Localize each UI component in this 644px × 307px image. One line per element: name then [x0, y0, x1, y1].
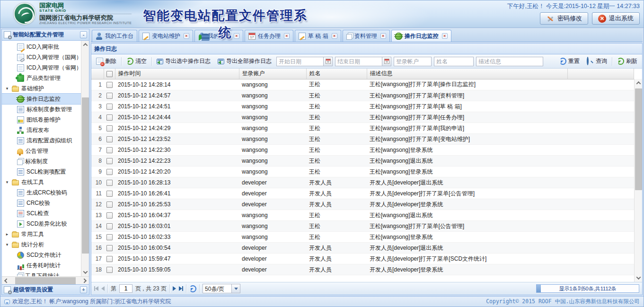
sidebar-horizontal-scrollbar[interactable] [2, 276, 89, 284]
sidebar-item-ICD入网审批[interactable]: ICD入网审批 [2, 42, 81, 52]
reset-button[interactable]: 重置 [557, 56, 582, 67]
calendar-icon[interactable] [382, 57, 391, 66]
scroll-up-icon[interactable] [81, 41, 89, 49]
sidebar-hscroll-thumb[interactable] [15, 277, 76, 284]
table-row[interactable]: 92015-10-12 14:20:20wangsong王松王松[wangson… [91, 167, 634, 177]
table-row[interactable]: 42015-10-12 14:24:44wangsong王松王松[wangson… [91, 112, 634, 123]
sidebar-item-ICD入网管理（国网）[interactable]: ICD入网管理（国网） [2, 52, 81, 62]
row-checkbox[interactable] [106, 82, 113, 88]
sidebar-accordion-admin[interactable]: 超级管理员设置 + [2, 284, 89, 295]
table-row[interactable]: 82015-10-12 14:22:23wangsong王松王松[wangson… [91, 156, 634, 167]
export-all-button[interactable]: 导出全部操作日志 [215, 56, 274, 67]
row-checkbox[interactable] [106, 104, 113, 110]
scroll-down-icon[interactable] [635, 274, 643, 282]
first-page-button[interactable] [94, 286, 98, 291]
sidebar-item-操作日志监控[interactable]: 操作日志监控 [2, 94, 81, 104]
row-checkbox[interactable] [106, 223, 113, 229]
grid-vertical-scrollbar[interactable] [634, 79, 642, 282]
sidebar-item-统计分析[interactable]: ▾统计分析 [2, 239, 81, 250]
account-input[interactable] [394, 57, 432, 66]
tab-close-icon[interactable]: × [442, 33, 448, 39]
next-page-button[interactable] [173, 286, 176, 291]
table-row[interactable]: 122015-10-10 16:25:53developer开发人员开发人员[d… [91, 199, 634, 210]
end-date-input[interactable] [335, 57, 382, 66]
change-password-button[interactable]: 密码修改 [540, 12, 588, 25]
sidebar-item-在线工具[interactable]: ▾在线工具 [2, 177, 81, 187]
scroll-right-icon[interactable] [81, 277, 89, 285]
tree-expander-icon[interactable]: ▾ [5, 242, 9, 247]
table-row[interactable]: 102015-10-10 16:28:13developer开发人员开发人员[d… [91, 177, 634, 188]
sidebar-item-CRC校验[interactable]: CRC校验 [2, 198, 81, 208]
row-checkbox[interactable] [106, 180, 113, 186]
expand-button[interactable]: + [80, 286, 87, 293]
sidebar-item-常用工具[interactable]: ▸常用工具 [2, 229, 81, 239]
start-date-input[interactable] [276, 57, 324, 66]
export-selected-button[interactable]: 导出选中操作日志 [154, 56, 213, 67]
tab-operation-log-monitor[interactable]: 操作日志监控× [391, 30, 451, 42]
sidebar-item-SCL检查[interactable]: SCL检查 [2, 208, 81, 219]
table-row[interactable]: 62015-10-12 14:23:52wangsong王松王松[wangson… [91, 134, 634, 145]
column-header-姓名[interactable]: 姓名 [306, 69, 367, 79]
sidebar-item-图纸卷册维护[interactable]: 图纸卷册维护 [2, 114, 81, 125]
table-row[interactable]: 52015-10-12 14:24:29wangsong王松王松[wangson… [91, 123, 634, 134]
page-size-combo[interactable]: 50条/页 [203, 284, 240, 293]
clear-button[interactable]: 清空 [124, 56, 149, 67]
table-row[interactable]: 112015-10-10 16:26:41developer开发人员开发人员[d… [91, 188, 634, 199]
row-checkbox[interactable] [106, 169, 113, 175]
sidebar-item-公告管理[interactable]: 公告管理 [2, 146, 81, 156]
name-input[interactable] [434, 57, 474, 66]
sidebar-item-SCL检测项配置[interactable]: SCL检测项配置 [2, 167, 81, 177]
row-checkbox[interactable] [106, 136, 113, 142]
tab-my-workbench[interactable]: 我的工作台 [92, 30, 137, 42]
row-checkbox[interactable] [106, 256, 113, 262]
sidebar-item-生成CRC校验码[interactable]: 生成CRC校验码 [2, 187, 81, 198]
column-header-描述信息[interactable]: 描述信息 [367, 69, 567, 79]
table-row[interactable]: 172015-10-10 15:59:47developer开发人员开发人员[d… [91, 254, 634, 264]
logout-button[interactable]: ✕ 退出系统 [592, 12, 640, 25]
row-checkbox[interactable] [106, 202, 113, 208]
row-checkbox[interactable] [106, 212, 113, 219]
grid-scroll-thumb[interactable] [635, 88, 642, 190]
sidebar-item-SCD文件统计[interactable]: SCD文件统计 [2, 250, 81, 260]
tab-close-icon[interactable]: × [380, 33, 386, 39]
page-number-input[interactable] [119, 284, 132, 293]
row-checkbox[interactable] [106, 93, 113, 99]
sidebar-item-SCD差异化比较[interactable]: SCD差异化比较 [2, 219, 81, 229]
sidebar-item-标准制度[interactable]: 标准制度 [2, 156, 81, 167]
sidebar-scroll-thumb[interactable] [82, 97, 89, 254]
table-row[interactable]: 12015-10-12 14:28:14wangsong王松王松[wangson… [91, 79, 634, 90]
row-checkbox[interactable] [106, 234, 113, 240]
sidebar-item-工具下载统计[interactable]: 工具下载统计 [2, 271, 81, 276]
delete-button[interactable]: 删除 [94, 56, 119, 67]
sidebar-item-流程发布[interactable]: 流程发布 [2, 125, 81, 135]
calendar-icon[interactable] [324, 57, 333, 66]
column-header-登录账户[interactable]: 登录账户 [239, 69, 306, 79]
scroll-down-icon[interactable] [81, 268, 89, 276]
sidebar-item-基础维护[interactable]: ▾基础维护 [2, 83, 81, 94]
sidebar-item-标准制度参数管理[interactable]: 标准制度参数管理 [2, 104, 81, 114]
sidebar-item-产品类型管理[interactable]: 产品类型管理 [2, 73, 81, 83]
tab-close-icon[interactable]: × [332, 33, 337, 39]
chevron-down-icon[interactable] [232, 284, 240, 293]
row-checkbox[interactable] [106, 158, 113, 164]
table-row[interactable]: 142015-10-10 16:03:01wangsong王松王松[wangso… [91, 221, 634, 232]
last-page-button[interactable] [179, 286, 183, 291]
select-all-checkbox[interactable] [106, 71, 113, 77]
table-row[interactable]: 162015-10-10 16:00:54developer开发人员开发人员[d… [91, 243, 634, 254]
table-row[interactable]: 22015-10-12 14:24:57wangsong王松王松[wangson… [91, 90, 634, 101]
column-header-操作时间[interactable]: 操作时间 [115, 69, 239, 79]
sidebar-vertical-scrollbar[interactable] [81, 41, 89, 276]
query-button[interactable]: 查询 [584, 56, 609, 67]
sidebar-item-任务耗时统计[interactable]: 任务耗时统计 [2, 260, 81, 271]
reload-icon[interactable] [189, 285, 196, 292]
row-checkbox[interactable] [106, 147, 113, 153]
tree-expander-icon[interactable]: ▾ [5, 86, 9, 91]
table-row[interactable]: 152015-10-10 16:02:33wangsong王松王松[wangso… [91, 232, 634, 243]
table-row[interactable]: 72015-10-12 14:22:30wangsong王松王松[wangson… [91, 145, 634, 156]
description-input[interactable] [476, 57, 543, 66]
tree-expander-icon[interactable]: ▾ [5, 180, 9, 184]
row-checkbox[interactable] [106, 114, 113, 121]
sidebar-item-ICD入网管理（省网）[interactable]: ICD入网管理（省网） [2, 62, 81, 73]
refresh-button[interactable]: 刷新 [615, 56, 640, 67]
row-checkbox[interactable] [106, 125, 113, 132]
